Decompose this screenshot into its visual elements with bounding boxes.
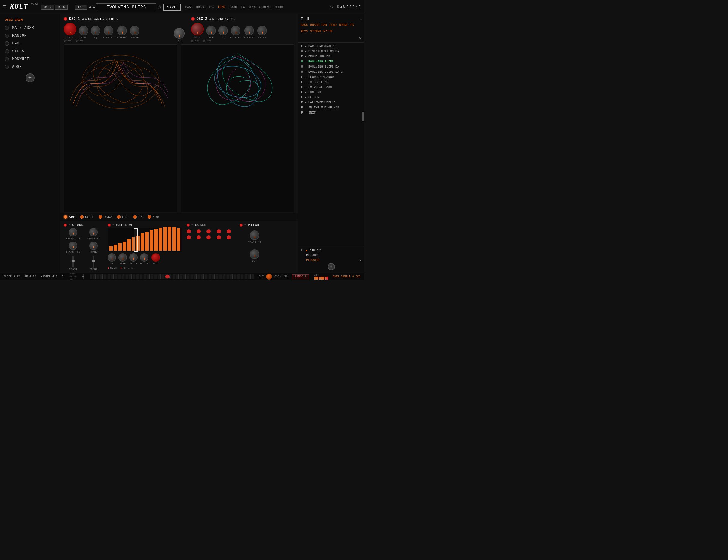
save-button[interactable]: SAVE [163,4,180,11]
osc1-fshift-knob[interactable] [104,26,113,35]
favorite-button[interactable]: ☆ [158,4,162,10]
right-cat-drone[interactable]: DRONE [339,23,348,27]
tab-fil[interactable]: FIL [117,215,128,219]
add-mod-button[interactable]: + [26,73,35,82]
osc2-sshift-knob[interactable] [244,26,254,35]
preset-item-f-flowery-meadow[interactable]: F - FLOWERY MEADOW [298,75,364,80]
pitch-oct-knob[interactable] [250,250,259,259]
pattern-bar-13[interactable] [168,227,171,251]
preset-item-f-drone-shaker[interactable]: F - DRONE SHAKER [298,54,364,59]
out-knob[interactable] [266,274,272,280]
osc1-sync2[interactable]: SYNC [76,39,84,42]
scale-dot-5[interactable] [227,229,231,234]
right-cat-brass[interactable]: BRASS [310,23,319,27]
right-cat-rythm[interactable]: RYTHM [323,30,332,33]
tab-mod[interactable]: MOD [148,215,159,219]
fu-tab-f[interactable]: F [301,17,303,22]
preset-item-u-evolving-blips[interactable]: U - EVOLVING BLIPS [298,59,364,64]
category-tab-bass[interactable]: BASS [185,5,193,9]
scale-dot-10[interactable] [227,235,231,240]
pattern-bar-14[interactable] [172,227,176,251]
fx-name-clouds[interactable]: CLOUDS [306,254,320,257]
pattern-bar-8[interactable] [145,232,149,251]
fu-tab-u[interactable]: U [307,17,309,22]
scale-dot-6[interactable] [187,235,191,240]
category-tab-brass[interactable]: BRASS [196,5,205,9]
add-fx-button[interactable]: + [328,263,335,271]
preset-item-f-geiger[interactable]: F - GEIGER [298,95,364,100]
scale-dot-8[interactable] [206,235,211,240]
mod-item-modwheel[interactable]: MODWHEEL [0,55,60,63]
osc2-sq-knob[interactable] [218,26,228,35]
prev-preset-button[interactable]: ◀ [89,5,91,10]
mini-vslider[interactable] [83,274,84,280]
scale-dot-2[interactable] [197,229,201,234]
pattern-grid[interactable] [108,228,182,252]
chord-trans-7-knob[interactable] [89,228,98,237]
osc1-prev-button[interactable]: ◀ [82,17,84,21]
preset-item-f-fun-syn[interactable]: F - FUN SYN [298,90,364,95]
category-tab-pad[interactable]: PAD [209,5,214,9]
piano-roll[interactable]: C3 [90,274,254,279]
pitch-trans-knob[interactable] [250,231,259,240]
fade-knob[interactable] [174,28,185,39]
help-button[interactable]: ? [62,275,63,278]
osc1-next-button[interactable]: ▶ [85,17,87,21]
preset-item-u-evolving-blips-da[interactable]: U - EVOLVING BLIPS DA [298,64,364,69]
right-cat-keys[interactable]: KEYS [301,30,308,33]
right-star-button[interactable]: ☆ [359,17,362,21]
osc2-phase-knob[interactable] [257,26,267,35]
scale-dot-3[interactable] [206,229,211,234]
osc2-sync2[interactable]: SYNC [203,39,212,42]
pattern-bar-7[interactable] [141,233,144,251]
preset-item-f-fm-vocal-bass[interactable]: F - FM VOCAL BASS [298,85,364,90]
panic-button[interactable]: PANIC ! [292,274,309,279]
osc1-gain-knob[interactable] [64,23,76,35]
tab-arp[interactable]: ARP [64,215,75,219]
preset-item-u-disintegration-da[interactable]: U - DISINTEGRATION DA [298,49,364,54]
osc2-fshift-knob[interactable] [231,26,240,35]
pattern-len16-knob[interactable] [151,253,160,262]
scale-dot-7[interactable] [197,235,201,240]
chord-trans-10-knob[interactable] [69,242,77,250]
chord-slider-2[interactable] [93,256,94,268]
tab-osc2[interactable]: OSC2 [99,215,112,219]
category-tab-fx[interactable]: FX [241,5,245,9]
pattern-bar-2[interactable] [118,243,122,251]
fx-chevron-2[interactable]: ▶ [360,259,362,262]
pattern-oct1-knob[interactable] [140,253,148,262]
osc2-sync1[interactable]: SYNC [191,39,200,42]
undo-button[interactable]: UNDO [41,5,54,10]
category-tab-drone[interactable]: DRONE [229,5,238,9]
right-cat-pad[interactable]: PAD [322,23,327,27]
pattern-bar-4[interactable] [127,239,131,251]
preset-list[interactable]: F - DARK HARBINGERSU - DISINTEGRATION DA… [298,43,364,246]
scale-dot-9[interactable] [217,235,221,240]
next-preset-button[interactable]: ▶ [93,5,95,10]
osc2-prev-button[interactable]: ◀ [209,17,211,21]
pattern-bar-12[interactable] [163,227,167,251]
pattern-pat3-knob[interactable] [129,253,138,262]
category-tab-lead[interactable]: LEAD [218,5,225,9]
preset-item-f-dark-harbingers[interactable]: F - DARK HARBINGERS [298,44,364,49]
pattern-bar-1[interactable] [114,245,117,251]
sync-toggle[interactable]: ●SYNC [108,267,117,270]
pattern-bar-10[interactable] [154,229,158,251]
chord-trans-12-knob[interactable] [69,228,77,237]
tab-osc1[interactable]: OSC1 [80,215,93,219]
pattern-bar-15[interactable] [177,228,180,251]
osc1-saw-knob[interactable] [79,26,88,35]
preset-item-f-in-the-mud-of-war[interactable]: F - IN THE MUD OF WAR [298,105,364,110]
pattern-bar-3[interactable] [123,242,126,251]
right-cat-fx[interactable]: FX [350,23,354,27]
pattern-gate-knob[interactable] [118,253,127,262]
hamburger-icon[interactable]: ☰ [2,5,6,10]
init-button[interactable]: INIT [75,5,87,10]
osc2-next-button[interactable]: ▶ [212,17,214,21]
tab-fx[interactable]: FX [133,215,142,219]
mod-item-adsr[interactable]: ADSR [0,63,60,71]
mod-item-main-adsr[interactable]: MAIN ADSR [0,24,60,32]
osc2-gain-knob[interactable] [191,23,204,35]
pattern-x1-knob[interactable] [108,253,116,262]
fx-arrow-0[interactable]: ▶ [306,249,308,253]
